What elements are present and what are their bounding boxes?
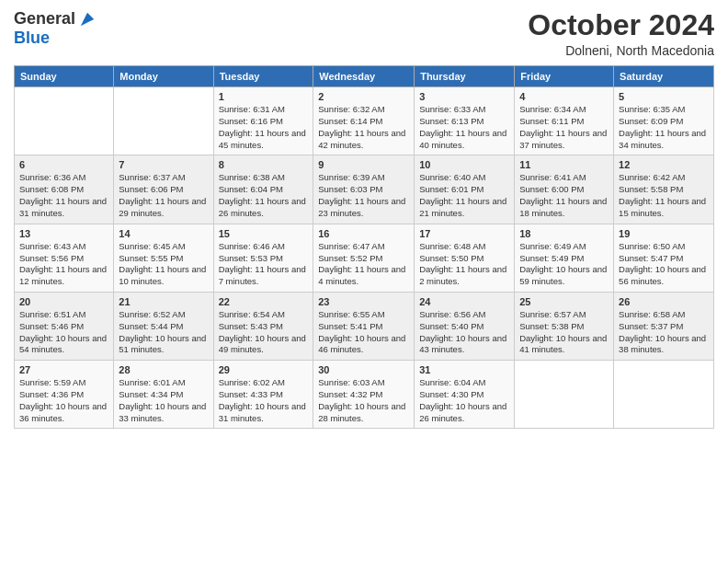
logo: General	[14, 9, 96, 29]
day-info: Sunrise: 6:51 AM Sunset: 5:46 PM Dayligh…	[19, 309, 108, 356]
calendar-cell: 31Sunrise: 6:04 AM Sunset: 4:30 PM Dayli…	[415, 361, 515, 429]
calendar-cell: 13Sunrise: 6:43 AM Sunset: 5:56 PM Dayli…	[15, 224, 114, 292]
calendar-cell	[15, 87, 114, 155]
header: General Blue October 2024 Dolneni, North…	[14, 9, 714, 58]
day-number: 9	[318, 159, 409, 170]
day-number: 29	[219, 364, 309, 375]
day-info: Sunrise: 6:45 AM Sunset: 5:55 PM Dayligh…	[119, 241, 208, 288]
day-info: Sunrise: 6:02 AM Sunset: 4:33 PM Dayligh…	[219, 377, 309, 424]
calendar-week-row: 20Sunrise: 6:51 AM Sunset: 5:46 PM Dayli…	[15, 292, 714, 360]
day-info: Sunrise: 6:56 AM Sunset: 5:40 PM Dayligh…	[419, 309, 509, 356]
calendar-week-row: 13Sunrise: 6:43 AM Sunset: 5:56 PM Dayli…	[15, 224, 714, 292]
day-number: 22	[219, 296, 309, 307]
calendar-cell: 30Sunrise: 6:03 AM Sunset: 4:32 PM Dayli…	[313, 361, 415, 429]
day-number: 17	[419, 228, 509, 239]
calendar-cell: 26Sunrise: 6:58 AM Sunset: 5:37 PM Dayli…	[614, 292, 714, 360]
day-number: 21	[119, 296, 208, 307]
day-info: Sunrise: 6:42 AM Sunset: 5:58 PM Dayligh…	[619, 172, 709, 219]
day-info: Sunrise: 6:33 AM Sunset: 6:13 PM Dayligh…	[419, 104, 509, 151]
day-info: Sunrise: 6:46 AM Sunset: 5:53 PM Dayligh…	[219, 241, 309, 288]
weekday-header: Thursday	[415, 66, 515, 87]
weekday-header: Saturday	[614, 66, 714, 87]
day-info: Sunrise: 6:04 AM Sunset: 4:30 PM Dayligh…	[419, 377, 509, 424]
day-info: Sunrise: 6:54 AM Sunset: 5:43 PM Dayligh…	[219, 309, 309, 356]
calendar-cell: 2Sunrise: 6:32 AM Sunset: 6:14 PM Daylig…	[313, 87, 415, 155]
calendar-cell: 7Sunrise: 6:37 AM Sunset: 6:06 PM Daylig…	[114, 155, 213, 224]
calendar-week-row: 1Sunrise: 6:31 AM Sunset: 6:16 PM Daylig…	[15, 87, 714, 155]
day-info: Sunrise: 6:50 AM Sunset: 5:47 PM Dayligh…	[619, 241, 709, 288]
page: General Blue October 2024 Dolneni, North…	[0, 0, 728, 563]
weekday-header: Wednesday	[313, 66, 415, 87]
calendar-cell: 29Sunrise: 6:02 AM Sunset: 4:33 PM Dayli…	[213, 361, 313, 429]
day-info: Sunrise: 6:39 AM Sunset: 6:03 PM Dayligh…	[318, 172, 409, 219]
day-number: 28	[119, 364, 208, 375]
day-number: 3	[419, 91, 509, 102]
calendar-cell: 25Sunrise: 6:57 AM Sunset: 5:38 PM Dayli…	[515, 292, 614, 360]
day-info: Sunrise: 6:35 AM Sunset: 6:09 PM Dayligh…	[619, 104, 709, 151]
weekday-header: Tuesday	[213, 66, 313, 87]
month-title: October 2024	[528, 9, 714, 41]
weekday-header-row: SundayMondayTuesdayWednesdayThursdayFrid…	[15, 66, 714, 87]
day-number: 31	[419, 364, 509, 375]
calendar-cell: 3Sunrise: 6:33 AM Sunset: 6:13 PM Daylig…	[415, 87, 515, 155]
calendar-table: SundayMondayTuesdayWednesdayThursdayFrid…	[14, 65, 714, 429]
calendar-cell: 14Sunrise: 6:45 AM Sunset: 5:55 PM Dayli…	[114, 224, 213, 292]
weekday-header: Monday	[114, 66, 213, 87]
day-number: 27	[19, 364, 108, 375]
calendar-cell: 5Sunrise: 6:35 AM Sunset: 6:09 PM Daylig…	[614, 87, 714, 155]
day-number: 7	[119, 159, 208, 170]
calendar-cell: 9Sunrise: 6:39 AM Sunset: 6:03 PM Daylig…	[313, 155, 415, 224]
day-info: Sunrise: 6:52 AM Sunset: 5:44 PM Dayligh…	[119, 309, 208, 356]
calendar-cell: 1Sunrise: 6:31 AM Sunset: 6:16 PM Daylig…	[213, 87, 313, 155]
title-area: October 2024 Dolneni, North Macedonia	[528, 9, 714, 58]
calendar-week-row: 6Sunrise: 6:36 AM Sunset: 6:08 PM Daylig…	[15, 155, 714, 224]
day-number: 1	[219, 91, 309, 102]
day-info: Sunrise: 6:38 AM Sunset: 6:04 PM Dayligh…	[219, 172, 309, 219]
calendar-cell: 12Sunrise: 6:42 AM Sunset: 5:58 PM Dayli…	[614, 155, 714, 224]
day-number: 19	[619, 228, 709, 239]
day-number: 16	[318, 228, 409, 239]
calendar-cell: 20Sunrise: 6:51 AM Sunset: 5:46 PM Dayli…	[15, 292, 114, 360]
day-number: 18	[519, 228, 609, 239]
calendar-cell: 16Sunrise: 6:47 AM Sunset: 5:52 PM Dayli…	[313, 224, 415, 292]
calendar-cell: 15Sunrise: 6:46 AM Sunset: 5:53 PM Dayli…	[213, 224, 313, 292]
logo-area: General Blue	[14, 9, 96, 48]
day-number: 25	[519, 296, 609, 307]
day-info: Sunrise: 6:37 AM Sunset: 6:06 PM Dayligh…	[119, 172, 208, 219]
calendar-cell: 11Sunrise: 6:41 AM Sunset: 6:00 PM Dayli…	[515, 155, 614, 224]
day-number: 14	[119, 228, 208, 239]
calendar-cell: 8Sunrise: 6:38 AM Sunset: 6:04 PM Daylig…	[213, 155, 313, 224]
calendar-cell: 21Sunrise: 6:52 AM Sunset: 5:44 PM Dayli…	[114, 292, 213, 360]
day-info: Sunrise: 6:49 AM Sunset: 5:49 PM Dayligh…	[519, 241, 609, 288]
day-info: Sunrise: 6:32 AM Sunset: 6:14 PM Dayligh…	[318, 104, 409, 151]
day-info: Sunrise: 6:41 AM Sunset: 6:00 PM Dayligh…	[519, 172, 609, 219]
day-info: Sunrise: 6:55 AM Sunset: 5:41 PM Dayligh…	[318, 309, 409, 356]
calendar-cell: 10Sunrise: 6:40 AM Sunset: 6:01 PM Dayli…	[415, 155, 515, 224]
day-number: 24	[419, 296, 509, 307]
calendar-cell: 22Sunrise: 6:54 AM Sunset: 5:43 PM Dayli…	[213, 292, 313, 360]
logo-wing-icon	[79, 11, 96, 28]
svg-marker-0	[81, 12, 94, 25]
calendar-cell: 28Sunrise: 6:01 AM Sunset: 4:34 PM Dayli…	[114, 361, 213, 429]
day-info: Sunrise: 6:36 AM Sunset: 6:08 PM Dayligh…	[19, 172, 108, 219]
day-info: Sunrise: 6:01 AM Sunset: 4:34 PM Dayligh…	[119, 377, 208, 424]
calendar-cell: 4Sunrise: 6:34 AM Sunset: 6:11 PM Daylig…	[515, 87, 614, 155]
calendar-cell	[515, 361, 614, 429]
weekday-header: Sunday	[15, 66, 114, 87]
day-info: Sunrise: 6:34 AM Sunset: 6:11 PM Dayligh…	[519, 104, 609, 151]
day-number: 23	[318, 296, 409, 307]
day-number: 8	[219, 159, 309, 170]
day-info: Sunrise: 6:57 AM Sunset: 5:38 PM Dayligh…	[519, 309, 609, 356]
day-info: Sunrise: 6:58 AM Sunset: 5:37 PM Dayligh…	[619, 309, 709, 356]
day-number: 10	[419, 159, 509, 170]
calendar-cell: 6Sunrise: 6:36 AM Sunset: 6:08 PM Daylig…	[15, 155, 114, 224]
logo-blue-text: Blue	[14, 29, 50, 48]
calendar-cell: 24Sunrise: 6:56 AM Sunset: 5:40 PM Dayli…	[415, 292, 515, 360]
day-number: 11	[519, 159, 609, 170]
calendar-week-row: 27Sunrise: 5:59 AM Sunset: 4:36 PM Dayli…	[15, 361, 714, 429]
calendar-cell: 23Sunrise: 6:55 AM Sunset: 5:41 PM Dayli…	[313, 292, 415, 360]
calendar-cell	[114, 87, 213, 155]
day-info: Sunrise: 6:31 AM Sunset: 6:16 PM Dayligh…	[219, 104, 309, 151]
day-number: 4	[519, 91, 609, 102]
day-number: 30	[318, 364, 409, 375]
